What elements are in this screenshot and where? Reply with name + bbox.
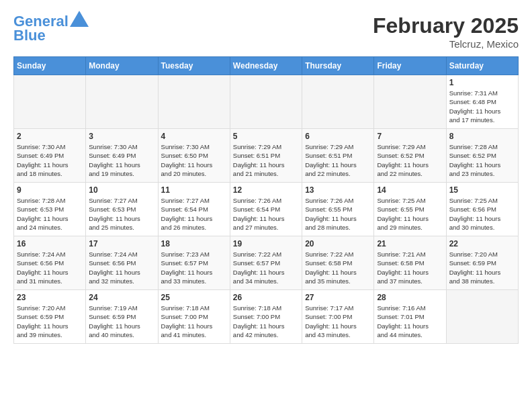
calendar-cell: 8Sunrise: 7:28 AM Sunset: 6:52 PM Daylig… (446, 129, 518, 183)
day-number: 27 (305, 293, 371, 302)
day-number: 7 (377, 132, 443, 141)
calendar-cell: 3Sunrise: 7:30 AM Sunset: 6:49 PM Daylig… (86, 129, 158, 183)
day-number: 1 (449, 78, 515, 87)
logo: General Blue (13, 13, 89, 44)
day-number: 21 (377, 239, 443, 248)
day-info: Sunrise: 7:22 AM Sunset: 6:58 PM Dayligh… (305, 250, 371, 285)
day-number: 16 (17, 239, 83, 248)
calendar-cell: 12Sunrise: 7:26 AM Sunset: 6:54 PM Dayli… (230, 183, 302, 236)
calendar-week-row: 1Sunrise: 7:31 AM Sunset: 6:48 PM Daylig… (14, 75, 519, 129)
day-info: Sunrise: 7:20 AM Sunset: 6:59 PM Dayligh… (17, 304, 83, 339)
day-info: Sunrise: 7:25 AM Sunset: 6:55 PM Dayligh… (377, 196, 443, 232)
calendar-cell: 22Sunrise: 7:20 AM Sunset: 6:59 PM Dayli… (446, 236, 518, 290)
calendar-cell (446, 290, 518, 344)
day-number: 15 (449, 185, 515, 195)
day-number: 14 (377, 185, 443, 195)
calendar-cell (158, 75, 230, 129)
calendar-cell: 2Sunrise: 7:30 AM Sunset: 6:49 PM Daylig… (14, 129, 86, 183)
calendar-cell: 20Sunrise: 7:22 AM Sunset: 6:58 PM Dayli… (302, 236, 374, 290)
calendar-cell: 28Sunrise: 7:16 AM Sunset: 7:01 PM Dayli… (374, 290, 446, 344)
day-number: 5 (233, 132, 299, 141)
weekday-header-row: SundayMondayTuesdayWednesdayThursdayFrid… (14, 57, 519, 75)
calendar-cell: 19Sunrise: 7:22 AM Sunset: 6:57 PM Dayli… (230, 236, 302, 290)
day-number: 20 (305, 239, 371, 248)
day-info: Sunrise: 7:18 AM Sunset: 7:00 PM Dayligh… (233, 304, 299, 339)
weekday-header-sunday: Sunday (14, 57, 86, 75)
day-info: Sunrise: 7:21 AM Sunset: 6:58 PM Dayligh… (377, 250, 443, 285)
day-info: Sunrise: 7:26 AM Sunset: 6:55 PM Dayligh… (305, 196, 371, 232)
day-number: 25 (161, 293, 227, 302)
calendar-cell: 14Sunrise: 7:25 AM Sunset: 6:55 PM Dayli… (374, 183, 446, 236)
logo-icon (70, 11, 89, 27)
calendar-cell: 11Sunrise: 7:27 AM Sunset: 6:54 PM Dayli… (158, 183, 230, 236)
calendar-cell: 23Sunrise: 7:20 AM Sunset: 6:59 PM Dayli… (14, 290, 86, 344)
calendar-cell (86, 75, 158, 129)
calendar-cell: 17Sunrise: 7:24 AM Sunset: 6:56 PM Dayli… (86, 236, 158, 290)
day-number: 28 (377, 293, 443, 302)
day-number: 3 (89, 132, 154, 141)
month-title: February 2025 (373, 13, 519, 38)
calendar-cell: 25Sunrise: 7:18 AM Sunset: 7:00 PM Dayli… (158, 290, 230, 344)
calendar-cell: 16Sunrise: 7:24 AM Sunset: 6:56 PM Dayli… (14, 236, 86, 290)
calendar-week-row: 23Sunrise: 7:20 AM Sunset: 6:59 PM Dayli… (14, 290, 519, 344)
day-number: 10 (89, 185, 154, 195)
day-info: Sunrise: 7:16 AM Sunset: 7:01 PM Dayligh… (377, 304, 443, 339)
weekday-header-friday: Friday (374, 57, 446, 75)
day-info: Sunrise: 7:28 AM Sunset: 6:52 PM Dayligh… (449, 142, 515, 178)
day-number: 4 (161, 132, 227, 141)
weekday-header-monday: Monday (86, 57, 158, 75)
day-info: Sunrise: 7:22 AM Sunset: 6:57 PM Dayligh… (233, 250, 299, 285)
day-number: 19 (233, 239, 299, 248)
calendar-cell: 9Sunrise: 7:28 AM Sunset: 6:53 PM Daylig… (14, 183, 86, 236)
calendar-cell: 13Sunrise: 7:26 AM Sunset: 6:55 PM Dayli… (302, 183, 374, 236)
calendar-cell: 18Sunrise: 7:23 AM Sunset: 6:57 PM Dayli… (158, 236, 230, 290)
weekday-header-tuesday: Tuesday (158, 57, 230, 75)
calendar-cell: 21Sunrise: 7:21 AM Sunset: 6:58 PM Dayli… (374, 236, 446, 290)
day-number: 8 (449, 132, 515, 141)
day-number: 11 (161, 185, 227, 195)
day-number: 18 (161, 239, 227, 248)
calendar-cell: 6Sunrise: 7:29 AM Sunset: 6:51 PM Daylig… (302, 129, 374, 183)
day-number: 17 (89, 239, 154, 248)
calendar-cell: 7Sunrise: 7:29 AM Sunset: 6:52 PM Daylig… (374, 129, 446, 183)
calendar-cell (230, 75, 302, 129)
calendar-table: SundayMondayTuesdayWednesdayThursdayFrid… (13, 56, 519, 344)
svg-marker-0 (70, 11, 89, 27)
calendar-week-row: 9Sunrise: 7:28 AM Sunset: 6:53 PM Daylig… (14, 183, 519, 236)
day-number: 2 (17, 132, 83, 141)
calendar-cell (302, 75, 374, 129)
day-number: 9 (17, 185, 83, 195)
weekday-header-wednesday: Wednesday (230, 57, 302, 75)
calendar-week-row: 2Sunrise: 7:30 AM Sunset: 6:49 PM Daylig… (14, 129, 519, 183)
calendar-week-row: 16Sunrise: 7:24 AM Sunset: 6:56 PM Dayli… (14, 236, 519, 290)
day-number: 12 (233, 185, 299, 195)
day-info: Sunrise: 7:29 AM Sunset: 6:51 PM Dayligh… (305, 142, 371, 178)
day-info: Sunrise: 7:27 AM Sunset: 6:53 PM Dayligh… (89, 196, 154, 232)
calendar-cell: 27Sunrise: 7:17 AM Sunset: 7:00 PM Dayli… (302, 290, 374, 344)
day-info: Sunrise: 7:17 AM Sunset: 7:00 PM Dayligh… (305, 304, 371, 339)
day-info: Sunrise: 7:20 AM Sunset: 6:59 PM Dayligh… (449, 250, 515, 285)
day-info: Sunrise: 7:18 AM Sunset: 7:00 PM Dayligh… (161, 304, 227, 339)
weekday-header-thursday: Thursday (302, 57, 374, 75)
calendar-cell: 4Sunrise: 7:30 AM Sunset: 6:50 PM Daylig… (158, 129, 230, 183)
day-info: Sunrise: 7:25 AM Sunset: 6:56 PM Dayligh… (449, 196, 515, 232)
day-number: 24 (89, 293, 154, 302)
calendar-cell: 24Sunrise: 7:19 AM Sunset: 6:59 PM Dayli… (86, 290, 158, 344)
title-area: February 2025 Telcruz, Mexico (373, 13, 519, 50)
day-info: Sunrise: 7:24 AM Sunset: 6:56 PM Dayligh… (89, 250, 154, 285)
day-number: 22 (449, 239, 515, 248)
day-number: 13 (305, 185, 371, 195)
calendar-cell (14, 75, 86, 129)
page-header: General Blue February 2025 Telcruz, Mexi… (13, 13, 519, 50)
calendar-cell: 5Sunrise: 7:29 AM Sunset: 6:51 PM Daylig… (230, 129, 302, 183)
calendar-cell: 15Sunrise: 7:25 AM Sunset: 6:56 PM Dayli… (446, 183, 518, 236)
day-info: Sunrise: 7:26 AM Sunset: 6:54 PM Dayligh… (233, 196, 299, 232)
day-info: Sunrise: 7:23 AM Sunset: 6:57 PM Dayligh… (161, 250, 227, 285)
day-number: 26 (233, 293, 299, 302)
day-info: Sunrise: 7:24 AM Sunset: 6:56 PM Dayligh… (17, 250, 83, 285)
day-info: Sunrise: 7:28 AM Sunset: 6:53 PM Dayligh… (17, 196, 83, 232)
day-info: Sunrise: 7:19 AM Sunset: 6:59 PM Dayligh… (89, 304, 154, 339)
day-info: Sunrise: 7:29 AM Sunset: 6:51 PM Dayligh… (233, 142, 299, 178)
calendar-cell: 1Sunrise: 7:31 AM Sunset: 6:48 PM Daylig… (446, 75, 518, 129)
day-info: Sunrise: 7:30 AM Sunset: 6:50 PM Dayligh… (161, 142, 227, 178)
